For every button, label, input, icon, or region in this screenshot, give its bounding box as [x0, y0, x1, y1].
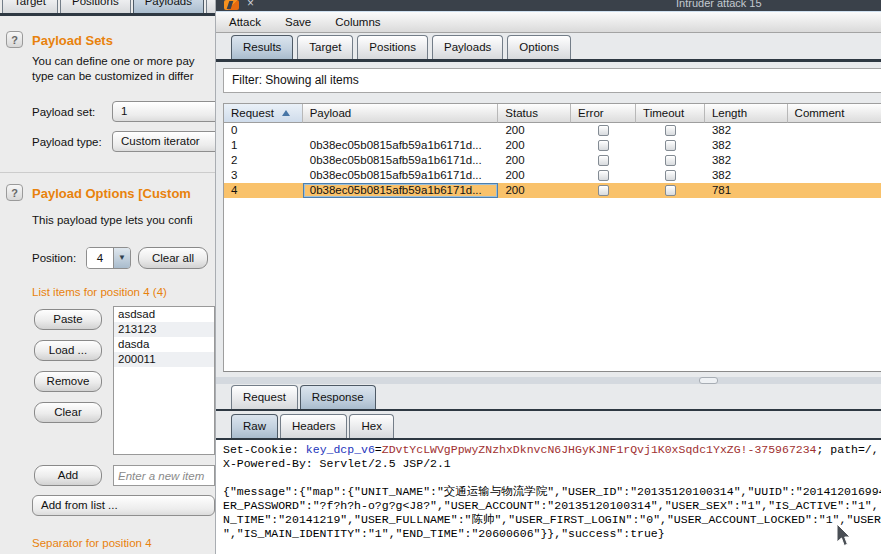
clear-all-button[interactable]: Clear all: [138, 247, 208, 269]
timeout-checkbox[interactable]: [665, 170, 676, 181]
cell-timeout-cb: [636, 138, 705, 153]
cell-error-cb: [571, 168, 636, 183]
timeout-checkbox[interactable]: [665, 125, 676, 136]
table-row[interactable]: 30b38ec05b0815afb59a1b6171d...200382: [224, 168, 881, 183]
cell-timeout-cb: [636, 153, 705, 168]
help-icon[interactable]: ?: [6, 31, 23, 48]
new-item-input[interactable]: [113, 465, 215, 486]
load--button[interactable]: Load ...: [34, 340, 102, 361]
tab-underline: [0, 13, 215, 16]
payload-options-heading: Payload Options [Custom: [32, 186, 191, 201]
payload-set-label: Payload set:: [32, 106, 95, 118]
timeout-checkbox[interactable]: [665, 155, 676, 166]
attack-tab-results[interactable]: Results: [231, 35, 293, 59]
cell-status: 200: [498, 123, 571, 138]
table-row[interactable]: 40b38ec05b0815afb59a1b6171d...200781: [224, 183, 881, 198]
message-tab-bar: RequestResponse: [216, 385, 376, 409]
response-line: ","IS_MAIN_IDENTITY":"1","END_TIME":"206…: [223, 527, 881, 541]
column-header-status[interactable]: Status: [498, 104, 571, 123]
divider-grip[interactable]: [699, 377, 718, 384]
help-icon[interactable]: ?: [6, 184, 23, 201]
column-header-request[interactable]: Request: [224, 104, 303, 123]
separator-label: Separator for position 4: [32, 537, 152, 549]
intruder-attack-window: × Intruder attack 15 AttackSaveColumns R…: [215, 0, 881, 554]
view-tab-headers[interactable]: Headers: [280, 414, 347, 438]
section-divider: [0, 172, 215, 173]
sort-asc-icon: [282, 110, 290, 116]
menu-item-attack[interactable]: Attack: [229, 16, 261, 28]
payload-set-dropdown[interactable]: 1: [112, 101, 222, 122]
error-checkbox[interactable]: [598, 125, 609, 136]
error-checkbox[interactable]: [598, 170, 609, 181]
cell-status: 200: [498, 183, 571, 198]
results-table-header: RequestPayloadStatusErrorTimeoutLengthCo…: [224, 104, 881, 123]
response-viewer[interactable]: Set-Cookie: key_dcp_v6=ZDvtYcLWVgPpwyZNz…: [216, 440, 881, 554]
menu-item-columns[interactable]: Columns: [335, 16, 380, 28]
position-dropdown[interactable]: 4 ▼: [86, 247, 131, 269]
payload-type-dropdown[interactable]: Custom iterator: [112, 131, 222, 152]
timeout-checkbox[interactable]: [665, 140, 676, 151]
cell-payload: [303, 123, 499, 138]
close-icon[interactable]: ×: [247, 0, 254, 10]
table-row[interactable]: 10b38ec05b0815afb59a1b6171d...200382: [224, 138, 881, 153]
list-item[interactable]: 213123: [114, 322, 214, 337]
tab-options[interactable]: Options: [206, 0, 215, 13]
tab-underline: [216, 59, 881, 62]
cell-request: 1: [224, 138, 303, 153]
table-row[interactable]: 0200382: [224, 123, 881, 138]
message-tab-response[interactable]: Response: [300, 385, 376, 409]
remove-button[interactable]: Remove: [34, 371, 102, 392]
attack-tab-target[interactable]: Target: [297, 35, 353, 59]
position-label: Position:: [32, 252, 76, 264]
payload-sets-heading: Payload Sets: [32, 33, 113, 48]
message-tab-request[interactable]: Request: [231, 385, 298, 409]
tab-target[interactable]: Target: [2, 0, 58, 13]
timeout-checkbox[interactable]: [665, 185, 676, 196]
cell-length: 382: [705, 138, 788, 153]
cell-status: 200: [498, 138, 571, 153]
menu-item-save[interactable]: Save: [285, 16, 311, 28]
table-row[interactable]: 20b38ec05b0815afb59a1b6171d...200382: [224, 153, 881, 168]
payload-sets-desc-2: type can be customized in differ: [32, 70, 194, 82]
cell-length: 781: [705, 183, 788, 198]
column-header-comment[interactable]: Comment: [788, 104, 881, 123]
clear-button[interactable]: Clear: [34, 402, 102, 423]
cell-request: 2: [224, 153, 303, 168]
error-checkbox[interactable]: [598, 155, 609, 166]
cell-comment: [788, 183, 881, 198]
list-item[interactable]: dasda: [114, 337, 214, 352]
column-header-length[interactable]: Length: [705, 104, 788, 123]
intruder-main-window: TargetPositionsPayloadsOptions ? Payload…: [0, 0, 215, 554]
attack-window-titlebar[interactable]: × Intruder attack 15: [216, 0, 881, 11]
cell-comment: [788, 123, 881, 138]
splitpane-divider[interactable]: [216, 372, 881, 385]
payload-list[interactable]: asdsad213123dasda200011: [113, 306, 215, 455]
response-text: Set-Cookie: key_dcp_v6=ZDvtYcLWVgPpwyZNz…: [223, 443, 881, 541]
column-header-timeout[interactable]: Timeout: [636, 104, 705, 123]
tab-positions[interactable]: Positions: [60, 0, 131, 13]
cell-error-cb: [571, 138, 636, 153]
cell-payload: 0b38ec05b0815afb59a1b6171d...: [303, 138, 499, 153]
add-from-list-dropdown[interactable]: Add from list ...: [32, 495, 215, 516]
cell-error-cb: [571, 183, 636, 198]
filter-bar[interactable]: Filter: Showing all items: [223, 68, 881, 93]
view-tab-raw[interactable]: Raw: [231, 414, 278, 438]
paste-button[interactable]: Paste: [34, 309, 102, 330]
attack-tab-payloads[interactable]: Payloads: [432, 35, 503, 59]
column-header-payload[interactable]: Payload: [303, 104, 499, 123]
attack-tab-bar: ResultsTargetPositionsPayloadsOptions: [216, 35, 571, 59]
view-tab-hex[interactable]: Hex: [349, 414, 393, 438]
list-item[interactable]: asdsad: [114, 307, 214, 322]
burp-logo-icon: [224, 0, 239, 10]
add-button[interactable]: Add: [34, 465, 102, 486]
list-item[interactable]: 200011: [114, 352, 214, 367]
error-checkbox[interactable]: [598, 140, 609, 151]
attack-tab-options[interactable]: Options: [507, 35, 571, 59]
column-header-error[interactable]: Error: [571, 104, 636, 123]
tab-underline: [216, 409, 881, 411]
cell-payload: 0b38ec05b0815afb59a1b6171d...: [303, 183, 499, 198]
cell-timeout-cb: [636, 123, 705, 138]
tab-payloads[interactable]: Payloads: [133, 0, 204, 13]
error-checkbox[interactable]: [598, 185, 609, 196]
attack-tab-positions[interactable]: Positions: [357, 35, 428, 59]
